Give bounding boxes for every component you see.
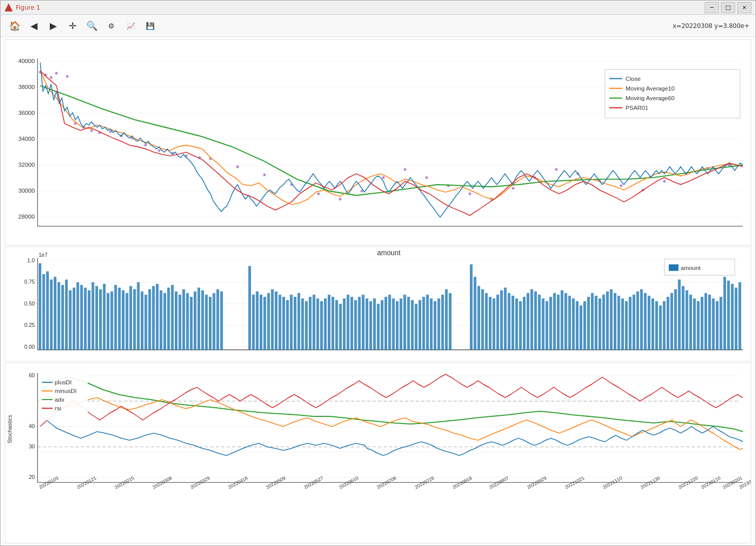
svg-rect-231 [644,293,646,350]
svg-rect-153 [332,297,334,350]
svg-rect-252 [723,277,726,350]
svg-rect-186 [474,277,476,350]
svg-rect-131 [248,266,251,350]
svg-rect-91 [73,288,75,350]
svg-rect-227 [629,297,632,350]
main-window: Figure 1 − □ × 🏠 ◀ ▶ ✛ 🔍 ⚙️ 📈 💾 x=202203… [0,0,756,546]
svg-rect-154 [335,300,338,350]
svg-rect-214 [580,306,582,350]
window-controls[interactable]: − □ × [705,2,751,13]
svg-point-49 [555,168,557,171]
close-button[interactable]: × [737,2,751,13]
svg-rect-196 [512,296,514,350]
svg-text:34000: 34000 [18,135,35,142]
svg-rect-185 [470,264,472,350]
svg-rect-206 [549,297,552,350]
svg-rect-177 [422,297,425,350]
svg-text:32000: 32000 [18,161,35,168]
toolbar-buttons: 🏠 ◀ ▶ ✛ 🔍 ⚙️ 📈 💾 [7,18,158,34]
svg-rect-233 [651,298,654,350]
svg-rect-108 [137,282,140,350]
window-title: Figure 1 [16,4,40,11]
home-button[interactable]: 🏠 [7,18,23,34]
svg-rect-171 [400,298,402,350]
svg-rect-163 [369,301,372,350]
svg-rect-151 [324,298,327,350]
chart-button[interactable]: 📈 [122,18,139,34]
maximize-button[interactable]: □ [721,2,735,13]
settings-button[interactable]: ⚙️ [103,18,119,34]
svg-rect-94 [84,288,86,350]
svg-rect-194 [504,288,507,350]
svg-rect-193 [500,290,502,350]
back-button[interactable]: ◀ [26,18,42,34]
svg-rect-217 [591,293,593,350]
svg-rect-250 [716,301,718,350]
svg-rect-243 [689,295,692,350]
svg-rect-157 [346,295,349,350]
svg-rect-96 [91,282,94,350]
svg-point-38 [317,193,320,195]
svg-rect-183 [445,289,448,350]
svg-rect-92 [76,282,79,350]
titlebar: Figure 1 − □ × [1,1,755,15]
svg-rect-247 [705,293,707,350]
svg-rect-134 [260,295,262,350]
svg-rect-175 [415,304,417,350]
svg-rect-179 [430,298,432,350]
svg-rect-224 [617,296,620,350]
svg-rect-147 [309,297,311,350]
svg-rect-167 [385,297,387,350]
svg-rect-87 [57,282,60,350]
svg-rect-128 [212,293,215,350]
forward-button[interactable]: ▶ [45,18,61,34]
svg-text:60: 60 [29,373,35,378]
svg-rect-258 [669,264,678,271]
svg-rect-84 [46,271,49,350]
svg-rect-189 [485,293,488,350]
svg-rect-107 [133,289,136,350]
svg-rect-212 [572,298,575,350]
svg-rect-86 [54,277,56,350]
zoom-button[interactable]: 🔍 [84,18,100,34]
svg-rect-129 [216,289,219,350]
svg-rect-140 [282,297,285,350]
svg-rect-111 [148,289,151,350]
pan-button[interactable]: ✛ [65,18,81,34]
svg-rect-110 [144,295,147,350]
svg-rect-85 [50,280,52,350]
svg-rect-95 [88,290,90,350]
svg-point-45 [468,193,471,195]
svg-rect-99 [103,284,106,350]
svg-rect-83 [42,274,45,350]
svg-text:PSAR01: PSAR01 [625,104,648,111]
svg-rect-148 [312,295,315,350]
svg-point-52 [620,185,622,187]
svg-text:1e7: 1e7 [39,252,48,258]
svg-rect-173 [407,297,410,350]
stochastics-chart-panel: 60 40 30 20 Stochastics [5,362,751,543]
svg-rect-106 [130,286,132,350]
price-chart-panel: 40000 38000 36000 34000 32000 30000 2800… [5,39,751,246]
svg-rect-184 [449,293,451,350]
svg-point-43 [425,176,428,179]
svg-rect-102 [114,285,117,350]
svg-rect-118 [175,291,177,350]
svg-rect-170 [396,301,398,350]
svg-point-39 [339,198,341,200]
svg-rect-130 [220,291,223,350]
svg-rect-103 [118,288,120,350]
minimize-button[interactable]: − [705,2,719,13]
svg-text:0.00: 0.00 [24,344,35,350]
svg-rect-160 [358,297,361,350]
svg-text:30: 30 [29,444,35,449]
svg-rect-245 [697,301,700,350]
svg-rect-123 [194,291,196,350]
svg-rect-141 [286,300,289,350]
svg-rect-172 [403,295,406,350]
save-button[interactable]: 💾 [142,18,158,34]
svg-rect-246 [701,297,703,350]
svg-rect-202 [534,291,537,350]
svg-rect-120 [182,289,185,350]
svg-point-54 [663,180,666,183]
